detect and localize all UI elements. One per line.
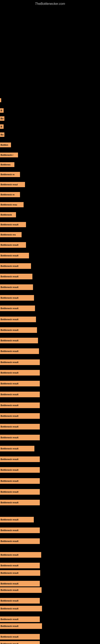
bottleneck-bar: Bottleneck result [0, 424, 40, 430]
bottleneck-bar: Bottleneck result [0, 327, 37, 333]
bar-label: Bottleneck result [0, 636, 18, 638]
bar-label: Bottleneck result [0, 501, 18, 504]
bottleneck-bar: Bottleneck result [0, 392, 40, 397]
bar-label: Bottleneck result [0, 339, 18, 342]
bar-label: Bottleneck result [0, 582, 18, 585]
bar-label: Bottleneck res [0, 234, 16, 236]
bottleneck-bar: Bottleneck result [0, 581, 40, 586]
bar-label: Bottleneck result [0, 361, 18, 364]
bottleneck-bar: Bottleneck re [0, 192, 20, 197]
bar-label: Bottleneck result [0, 554, 18, 556]
bottleneck-bar: Bottleneck result [0, 360, 40, 365]
bar-label: Bottleneck result [0, 469, 18, 471]
bottleneck-bar: Bottleneck result [0, 456, 40, 462]
bottleneck-bar: Bottleneck result [0, 284, 33, 290]
bar-label: Bottleneck result [0, 607, 18, 610]
bar-label: Bottleneck r [0, 154, 13, 156]
bar-label: Bottleneck result [0, 393, 18, 396]
bottleneck-bar: Bottleneck result [0, 587, 42, 593]
bar-label: Bottleneck result [0, 329, 18, 331]
bottleneck-bar: Bottleneck result [0, 274, 32, 279]
bar-label: Bottleneck result [0, 491, 18, 493]
bottleneck-bar: Bottleneck result [0, 563, 40, 568]
bar-label: Bottlen [0, 144, 8, 146]
bar-label: Bottleneck resul [0, 183, 18, 186]
bar-label: Bottleneck result [0, 372, 18, 374]
bar-label: Bottleneck result [0, 436, 18, 439]
bottleneck-bar: Bottleneck result [0, 467, 40, 473]
bar-label: Bottleneck result [0, 458, 18, 460]
bottleneck-bar [0, 98, 1, 102]
bar-label: Bottleneck result [0, 275, 18, 278]
bar-label: Bottleneck result [0, 382, 18, 385]
bottleneck-bar: Bottleneck result [0, 500, 40, 505]
bar-label: Bottleneck [0, 214, 12, 216]
page-container: TheBottlenecker.com BBoBBoBottlenBottlen… [0, 0, 100, 644]
bottleneck-bar: Bo [0, 116, 4, 121]
bottleneck-bar: Bottleneck result [0, 242, 26, 248]
bottleneck-bar: Bottleneck result [0, 528, 40, 533]
bar-label: Bottleneck re [0, 173, 15, 176]
bottleneck-bar: Bottlen [0, 142, 11, 147]
bottleneck-bar: Bottleneck result [0, 222, 26, 227]
bar-label: Bottleneck result [0, 265, 18, 267]
bottleneck-bar: Bottleneck result [0, 295, 34, 301]
bars-wrapper: BBoBBoBottlenBottleneck rBottlenecBottle… [0, 8, 100, 644]
bar-label: B [0, 109, 2, 112]
bar-label: Bottleneck result [0, 618, 18, 620]
bottleneck-bar: Bottleneck resul [0, 182, 25, 187]
bar-label: Bottleneck result [0, 318, 18, 320]
bar-label: Bottleneck result [0, 404, 18, 406]
bar-label: Bottleneck result [0, 625, 18, 627]
bottleneck-bar: Bottleneck result [0, 253, 29, 258]
bottleneck-bar: Bottleneck result [0, 570, 40, 576]
bottleneck-bar: Bottleneck result [0, 370, 40, 376]
bar-label: Bottleneck re [0, 194, 15, 196]
bottleneck-bar: Bottleneck result [0, 413, 40, 419]
bottleneck-bar: Bottleneck resu [0, 202, 24, 207]
bar-label: Bottleneck result [0, 307, 18, 310]
bar-label: Bottleneck result [0, 564, 18, 567]
bottleneck-bar: Bottleneck r [0, 152, 18, 158]
bar-label: Bottleneck result [0, 224, 18, 226]
bottleneck-bar: Bottlenec [0, 162, 14, 167]
bar-label: Bottleneck result [0, 426, 18, 428]
bottleneck-bar: Bottleneck result [0, 623, 42, 629]
bar-label: Bo [0, 134, 3, 136]
site-title: TheBottlenecker.com [0, 0, 100, 8]
bottleneck-bar: Bottleneck result [0, 538, 40, 544]
bar-label: Bottleneck result [0, 600, 18, 602]
bottleneck-bar: Bottleneck result [0, 446, 34, 452]
bar-label: Bottleneck resu [0, 204, 17, 206]
bar-label: Bottleneck result [0, 589, 18, 591]
bottleneck-bar: Bottleneck result [0, 634, 40, 640]
bar-label: Bo [0, 117, 3, 120]
bar-label: Bottleneck result [0, 642, 18, 644]
bottleneck-bar: Bottleneck result [0, 489, 40, 495]
bottleneck-bar: Bottleneck result [0, 402, 40, 408]
bottleneck-bar: Bottleneck result [0, 348, 39, 354]
bottleneck-bar: Bottleneck result [0, 381, 40, 386]
bottleneck-bar: Bottleneck result [0, 517, 34, 522]
bottleneck-bar: B [0, 124, 3, 129]
bottleneck-bar: Bottleneck result [0, 338, 38, 343]
bottleneck-bar: Bottleneck result [0, 598, 40, 604]
bottleneck-bar: Bottleneck res [0, 232, 22, 237]
bar-label: B [0, 126, 2, 128]
bar-label: Bottleneck result [0, 244, 18, 246]
bottleneck-bar: Bottleneck result [0, 263, 31, 269]
bar-label: Bottleneck result [0, 540, 18, 542]
bottleneck-bar: Bottleneck result [0, 435, 40, 440]
bottleneck-bar: Bottleneck result [0, 616, 40, 622]
bar-label: Bottleneck result [0, 254, 18, 257]
bar-label: Bottleneck result [0, 480, 18, 482]
bottleneck-bar: Bottleneck re [0, 172, 20, 177]
bottleneck-bar: Bottleneck result [0, 552, 41, 558]
bar-label: Bottleneck result [0, 518, 18, 521]
bottleneck-bar: Bottleneck result [0, 641, 40, 644]
bar-label: Bottleneck result [0, 350, 18, 352]
bar-label: Bottleneck result [0, 572, 18, 574]
bar-label: Bottleneck result [0, 448, 18, 450]
bottleneck-bar: B [0, 108, 3, 113]
bar-label: Bottleneck result [0, 297, 18, 299]
